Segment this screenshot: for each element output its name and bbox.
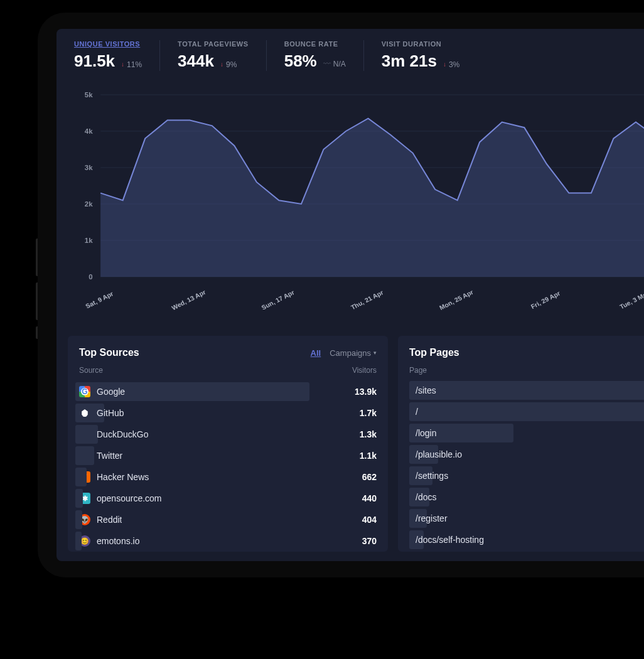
source-row[interactable]: 🦆 DuckDuckGo 1.3k <box>79 424 377 445</box>
source-name: DuckDuckGo <box>97 429 148 439</box>
device-button <box>36 238 38 276</box>
page-row[interactable]: /login <box>409 424 644 442</box>
kpi-value: 91.5k <box>74 51 115 71</box>
svg-text:0: 0 <box>89 273 92 281</box>
page-path: /register <box>409 513 448 523</box>
source-name: Reddit <box>97 515 122 525</box>
svg-text:Sat, 9 Apr: Sat, 9 Apr <box>85 290 115 309</box>
kpi-unique-visitors[interactable]: UNIQUE VISITORS 91.5k ↓ 11% <box>68 40 160 71</box>
page-path: /login <box>409 428 436 438</box>
source-visitors: 1.7k <box>360 408 377 418</box>
page-path: /settings <box>409 471 448 481</box>
svg-text:Fri, 29 Apr: Fri, 29 Apr <box>530 290 561 311</box>
kpi-total-pageviews[interactable]: TOTAL PAGEVIEWS 344k ↓ 9% <box>160 40 267 71</box>
kpi-visit-duration[interactable]: VISIT DURATION 3m 21s ↓ 3% <box>364 40 478 71</box>
source-name: Hacker News <box>97 472 149 482</box>
page-row[interactable]: /docs/self-hosting <box>409 530 644 549</box>
panels-row: Top Sources All Campaigns ▾ Source Visit… <box>68 336 644 552</box>
dashboard-screen: UNIQUE VISITORS 91.5k ↓ 11% TOTAL PAGEVI… <box>56 29 644 561</box>
kpi-label: TOTAL PAGEVIEWS <box>178 40 249 48</box>
page-path: / <box>409 407 418 417</box>
kpi-delta: ↓ 3% <box>443 60 459 69</box>
source-row[interactable]: 👽 Reddit 404 <box>79 509 377 530</box>
chevron-down-icon: ▾ <box>373 350 377 356</box>
page-path: /docs <box>409 492 436 502</box>
source-row[interactable]: G Google 13.9k <box>79 381 377 402</box>
source-visitors: 1.1k <box>360 451 377 461</box>
page-path: /plausible.io <box>409 449 462 459</box>
col-visitors: Visitors <box>352 366 377 375</box>
svg-text:Thu, 21 Apr: Thu, 21 Apr <box>350 289 385 311</box>
source-row[interactable]: 😊 emotons.io 370 <box>79 530 377 552</box>
page-row[interactable]: / <box>409 402 644 421</box>
kpi-delta: ↓ 11% <box>121 60 142 69</box>
kpi-label: VISIT DURATION <box>382 40 460 48</box>
source-name: emotons.io <box>97 536 139 546</box>
source-row[interactable]: Y Hacker News 662 <box>79 466 377 488</box>
source-name: opensource.com <box>97 493 162 503</box>
source-visitors: 404 <box>362 515 377 525</box>
source-visitors: 440 <box>362 493 377 503</box>
arrow-down-icon: ↓ <box>121 61 124 68</box>
kpi-value: 3m 21s <box>382 51 437 71</box>
svg-text:3k: 3k <box>85 164 94 171</box>
kpi-delta: ↓ 9% <box>220 60 237 69</box>
kpi-row: UNIQUE VISITORS 91.5k ↓ 11% TOTAL PAGEVI… <box>68 40 644 71</box>
svg-text:Tue, 3 May: Tue, 3 May <box>618 289 644 310</box>
svg-text:4k: 4k <box>85 127 94 135</box>
arrow-down-icon: ↓ <box>220 61 223 68</box>
kpi-value: 344k <box>178 51 214 71</box>
page-row[interactable]: /plausible.io <box>409 445 644 464</box>
kpi-label: UNIQUE VISITORS <box>74 40 142 48</box>
source-name: GitHub <box>97 408 124 418</box>
tablet-frame: UNIQUE VISITORS 91.5k ↓ 11% TOTAL PAGEVI… <box>38 13 644 577</box>
svg-text:Wed, 13 Apr: Wed, 13 Apr <box>171 289 207 311</box>
col-page: Page <box>409 366 427 375</box>
source-visitors: 1.3k <box>360 429 377 439</box>
visitors-chart[interactable]: 01k2k3k4k5kSat, 9 AprWed, 13 AprSun, 17 … <box>68 88 644 321</box>
top-pages-panel: Top Pages Top Pages Page /sites / /login… <box>398 336 644 552</box>
device-button <box>36 282 38 320</box>
tab-all[interactable]: All <box>311 348 321 358</box>
source-name: Google <box>97 387 125 397</box>
google-icon: G <box>79 386 90 397</box>
svg-text:2k: 2k <box>85 200 94 208</box>
source-row[interactable]: 🐦 Twitter 1.1k <box>79 445 377 466</box>
source-visitors: 13.9k <box>355 387 377 397</box>
kpi-value: 58% <box>284 51 317 71</box>
source-visitors: 662 <box>362 472 377 482</box>
tab-campaigns[interactable]: Campaigns ▾ <box>330 348 377 358</box>
top-sources-panel: Top Sources All Campaigns ▾ Source Visit… <box>68 336 388 552</box>
kpi-bounce-rate[interactable]: BOUNCE RATE 58% 〰 N/A <box>267 40 364 71</box>
svg-text:Mon, 25 Apr: Mon, 25 Apr <box>438 289 475 311</box>
arrow-down-icon: ↓ <box>443 61 446 68</box>
svg-text:Sun, 17 Apr: Sun, 17 Apr <box>260 289 296 311</box>
page-path: /sites <box>409 385 436 395</box>
svg-text:1k: 1k <box>85 237 94 244</box>
source-visitors: 370 <box>362 536 377 546</box>
panel-title: Top Sources <box>79 347 139 358</box>
device-button <box>36 326 38 339</box>
svg-text:5k: 5k <box>85 91 94 99</box>
page-row[interactable]: /register <box>409 509 644 528</box>
page-row[interactable]: /docs <box>409 488 644 506</box>
page-row[interactable]: /settings <box>409 466 644 485</box>
page-row[interactable]: /sites <box>409 381 644 400</box>
kpi-delta: 〰 N/A <box>323 60 346 68</box>
source-name: Twitter <box>97 451 122 461</box>
panel-title: Top Pages <box>409 347 459 358</box>
page-path: /docs/self-hosting <box>409 535 484 545</box>
kpi-label: BOUNCE RATE <box>284 40 346 48</box>
source-row[interactable]: ✱ opensource.com 440 <box>79 488 377 509</box>
dash-icon: 〰 <box>323 60 331 68</box>
source-row[interactable]: GitHub 1.7k <box>79 402 377 424</box>
col-source: Source <box>79 366 103 375</box>
